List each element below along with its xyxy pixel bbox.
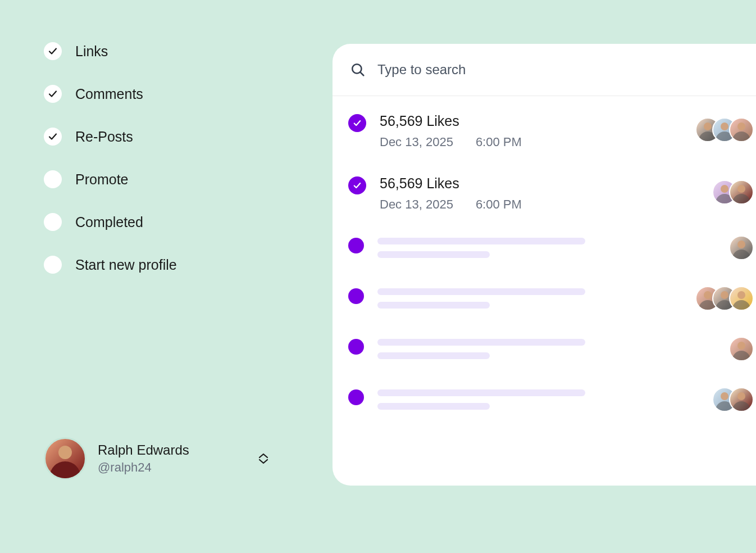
status-dot [348, 389, 364, 405]
checkbox-unchecked[interactable] [44, 213, 62, 231]
main-panel: 56,569 Likes Dec 13, 2025 6:00 PM 56,569… [333, 44, 756, 486]
skeleton-line [377, 251, 490, 258]
check-icon [353, 182, 361, 189]
check-icon [48, 89, 57, 98]
skeleton-line [377, 288, 585, 295]
feed-item-placeholder [348, 288, 740, 309]
checkbox-checked[interactable] [44, 128, 62, 146]
chevron-up-icon [258, 453, 268, 459]
feed-date: Dec 13, 2025 [380, 197, 453, 212]
feed-item-placeholder [348, 389, 740, 410]
feed-title: 56,569 Likes [380, 113, 740, 129]
skeleton-loader [377, 389, 585, 410]
avatar [729, 117, 754, 142]
avatar [729, 337, 754, 361]
feed-date: Dec 13, 2025 [380, 135, 453, 149]
checkbox-unchecked[interactable] [44, 256, 62, 274]
skeleton-line [377, 339, 585, 346]
avatar-stack [695, 117, 754, 142]
skeleton-loader [377, 288, 585, 309]
sidebar-item-label: Re-Posts [75, 129, 133, 145]
user-card[interactable]: Ralph Edwards @ralph24 [44, 437, 268, 480]
check-icon [353, 119, 361, 127]
search-bar [333, 44, 756, 96]
feed-content: 56,569 Likes Dec 13, 2025 6:00 PM [380, 113, 740, 149]
search-icon [350, 62, 365, 77]
sidebar-item-label: Completed [75, 214, 143, 230]
skeleton-line [377, 389, 585, 396]
user-info: Ralph Edwards @ralph24 [98, 442, 247, 475]
feed-time: 6:00 PM [476, 135, 522, 149]
sidebar-item-reposts[interactable]: Re-Posts [44, 128, 268, 146]
feed: 56,569 Likes Dec 13, 2025 6:00 PM 56,569… [333, 96, 756, 457]
feed-title: 56,569 Likes [380, 175, 740, 192]
sidebar: Links Comments Re-Posts Promote Complete… [44, 42, 268, 298]
avatar-stack [729, 235, 754, 260]
sidebar-item-completed[interactable]: Completed [44, 213, 268, 231]
status-dot [348, 288, 364, 304]
user-name: Ralph Edwards [98, 442, 247, 458]
avatar [729, 286, 754, 311]
check-icon [48, 47, 57, 56]
avatar [729, 180, 754, 205]
feed-meta: Dec 13, 2025 6:00 PM [380, 135, 740, 149]
skeleton-line [377, 352, 490, 359]
feed-item[interactable]: 56,569 Likes Dec 13, 2025 6:00 PM [348, 113, 740, 149]
checkbox-checked[interactable] [44, 42, 62, 60]
feed-item-placeholder [348, 238, 740, 258]
sidebar-item-label: Promote [75, 171, 128, 188]
skeleton-loader [377, 238, 585, 258]
status-dot-checked [348, 114, 366, 132]
status-dot [348, 238, 364, 253]
feed-content: 56,569 Likes Dec 13, 2025 6:00 PM [380, 175, 740, 212]
skeleton-line [377, 302, 490, 309]
feed-item[interactable]: 56,569 Likes Dec 13, 2025 6:00 PM [348, 175, 740, 212]
skeleton-line [377, 403, 490, 410]
user-switcher-toggle[interactable] [258, 453, 268, 464]
chevron-down-icon [258, 459, 268, 464]
feed-time: 6:00 PM [476, 197, 522, 212]
sidebar-item-start-new-profile[interactable]: Start new profile [44, 256, 268, 274]
sidebar-item-label: Links [75, 43, 108, 60]
avatar [729, 235, 754, 260]
sidebar-item-promote[interactable]: Promote [44, 170, 268, 188]
user-handle: @ralph24 [98, 460, 247, 475]
avatar-stack [712, 387, 754, 412]
feed-meta: Dec 13, 2025 6:00 PM [380, 197, 740, 212]
sidebar-item-label: Comments [75, 86, 143, 102]
status-dot-checked [348, 176, 366, 194]
skeleton-loader [377, 339, 585, 359]
checkbox-checked[interactable] [44, 85, 62, 103]
avatar [729, 387, 754, 412]
avatar-stack [712, 180, 754, 205]
avatar-stack [729, 337, 754, 361]
feed-item-placeholder [348, 339, 740, 359]
sidebar-item-comments[interactable]: Comments [44, 85, 268, 103]
skeleton-line [377, 238, 585, 244]
search-input[interactable] [377, 62, 738, 78]
sidebar-item-links[interactable]: Links [44, 42, 268, 60]
avatar-stack [695, 286, 754, 311]
checkbox-unchecked[interactable] [44, 170, 62, 188]
sidebar-item-label: Start new profile [75, 257, 177, 273]
status-dot [348, 339, 364, 355]
avatar [44, 437, 86, 480]
check-icon [48, 132, 57, 141]
